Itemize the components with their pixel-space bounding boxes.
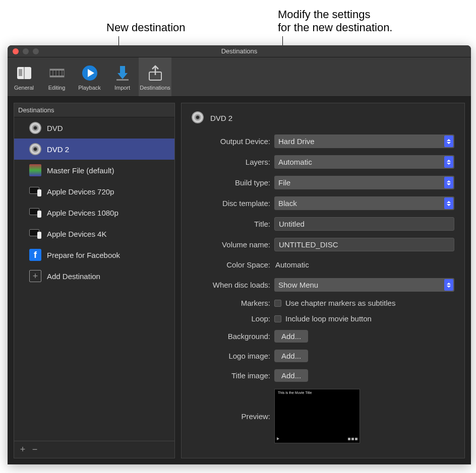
volume-name-input[interactable]: [274, 238, 454, 251]
sidebar-item-dvd2[interactable]: DVD 2: [14, 139, 174, 160]
form-label: Color Space:: [192, 260, 270, 269]
toolbar-label: Editing: [48, 85, 66, 91]
toolbar-label: Destinations: [140, 85, 170, 91]
toolbar-general[interactable]: General: [8, 57, 40, 96]
row-background: Background: Add...: [192, 330, 454, 343]
import-icon: [113, 63, 132, 83]
general-icon: [15, 63, 34, 83]
disc-icon: [29, 122, 41, 134]
build-type-select[interactable]: File: [274, 176, 454, 189]
markers-checkbox-label: Use chapter markers as subtitles: [285, 299, 395, 307]
svg-rect-2: [19, 69, 22, 76]
disc-icon: [29, 143, 41, 155]
form-label: Preview:: [192, 412, 270, 421]
row-title: Title:: [192, 217, 454, 231]
row-output-device: Output Device: Hard Drive: [192, 134, 454, 148]
row-when-disc-loads: When disc loads: Show Menu: [192, 278, 454, 292]
form-label: Title image:: [192, 371, 270, 380]
sidebar-item-dvd[interactable]: DVD: [14, 117, 174, 139]
sidebar-item-apple-720p[interactable]: Apple Devices 720p: [14, 181, 174, 202]
title-image-add-button[interactable]: Add...: [274, 369, 308, 382]
color-space-value: Automatic: [274, 258, 310, 271]
detail-panel: DVD 2 Output Device: Hard Drive Layers: …: [181, 103, 465, 458]
sidebar-footer: + −: [14, 441, 174, 458]
sidebar-item-label: Apple Devices 4K: [47, 230, 106, 238]
toolbar-label: General: [14, 85, 34, 91]
row-build-type: Build type: File: [192, 176, 454, 189]
svg-rect-12: [120, 66, 125, 73]
sidebar-list: DVD DVD 2 Master File (default) Apple De…: [14, 117, 174, 441]
remove-button[interactable]: −: [30, 444, 39, 455]
facebook-icon: f: [29, 249, 41, 261]
form-label: Loop:: [192, 314, 270, 323]
sidebar-item-label: Add Destination: [47, 272, 100, 281]
sidebar-item-master-file[interactable]: Master File (default): [14, 160, 174, 181]
row-logo-image: Logo image: Add...: [192, 350, 454, 362]
row-volume-name: Volume name:: [192, 238, 454, 251]
title-input[interactable]: [274, 217, 454, 231]
destinations-icon: [146, 63, 165, 83]
form-label: Background:: [192, 332, 270, 341]
form-label: Output Device:: [192, 137, 270, 146]
logo-image-add-button[interactable]: Add...: [274, 350, 308, 362]
apple-devices-icon: [29, 185, 41, 197]
sidebar-item-add-destination[interactable]: + Add Destination: [14, 265, 174, 287]
apple-devices-icon: [29, 207, 41, 219]
form-label: Markers:: [192, 299, 270, 307]
sidebar-item-label: Apple Devices 1080p: [47, 209, 118, 217]
background-add-button[interactable]: Add...: [274, 330, 308, 343]
form-label: When disc loads:: [192, 281, 270, 289]
form-label: Logo image:: [192, 352, 270, 360]
preview-movie-title: This is the Movie Title: [275, 389, 360, 396]
row-markers: Markers: Use chapter markers as subtitle…: [192, 299, 454, 307]
sidebar-item-apple-1080p[interactable]: Apple Devices 1080p: [14, 202, 174, 223]
detail-title: DVD 2: [210, 114, 232, 122]
annotation-right: Modify the settings for the new destinat…: [278, 8, 392, 34]
master-file-icon: [29, 164, 41, 176]
svg-rect-14: [116, 79, 129, 81]
playback-icon: [80, 63, 99, 83]
form-label: Disc template:: [192, 199, 270, 208]
toolbar-label: Playback: [78, 85, 101, 91]
loop-checkbox[interactable]: [274, 315, 281, 322]
add-button[interactable]: +: [18, 444, 27, 455]
layers-select[interactable]: Automatic: [274, 155, 454, 169]
toolbar: General Editing Playback Import Destinat…: [8, 57, 471, 97]
row-loop: Loop: Include loop movie button: [192, 314, 454, 323]
toolbar-playback[interactable]: Playback: [73, 57, 106, 96]
row-disc-template: Disc template: Black: [192, 196, 454, 210]
apple-devices-icon: [29, 228, 41, 240]
toolbar-editing[interactable]: Editing: [40, 57, 73, 96]
zoom-window-button[interactable]: [33, 48, 39, 54]
svg-marker-13: [117, 73, 128, 79]
sidebar-item-label: Prepare for Facebook: [47, 251, 120, 259]
annotation-left: New destination: [106, 21, 186, 34]
disc-template-select[interactable]: Black: [274, 196, 454, 210]
toolbar-destinations[interactable]: Destinations: [139, 57, 171, 96]
preview-controls: [277, 436, 358, 441]
row-color-space: Color Space: Automatic: [192, 258, 454, 271]
close-window-button[interactable]: [13, 48, 19, 54]
row-layers: Layers: Automatic: [192, 155, 454, 169]
sidebar-item-facebook[interactable]: f Prepare for Facebook: [14, 244, 174, 265]
sidebar-item-apple-4k[interactable]: Apple Devices 4K: [14, 223, 174, 244]
output-device-select[interactable]: Hard Drive: [274, 134, 454, 148]
when-disc-loads-select[interactable]: Show Menu: [274, 278, 454, 292]
form-label: Build type:: [192, 178, 270, 187]
traffic-lights: [8, 48, 39, 54]
detail-header: DVD 2: [192, 111, 454, 124]
svg-rect-1: [24, 67, 25, 79]
row-title-image: Title image: Add...: [192, 369, 454, 382]
titlebar: Destinations: [8, 45, 471, 57]
row-preview: Preview: This is the Movie Title: [192, 389, 454, 443]
window-title: Destinations: [221, 47, 258, 55]
form-label: Layers:: [192, 158, 270, 166]
minimize-window-button[interactable]: [23, 48, 29, 54]
form-label: Volume name:: [192, 240, 270, 249]
markers-checkbox[interactable]: [274, 300, 281, 307]
editing-icon: [47, 63, 67, 83]
toolbar-import[interactable]: Import: [106, 57, 139, 96]
sidebar-item-label: Master File (default): [47, 166, 114, 175]
preview-control-icon: [348, 438, 350, 440]
preview-box: This is the Movie Title: [274, 389, 360, 443]
